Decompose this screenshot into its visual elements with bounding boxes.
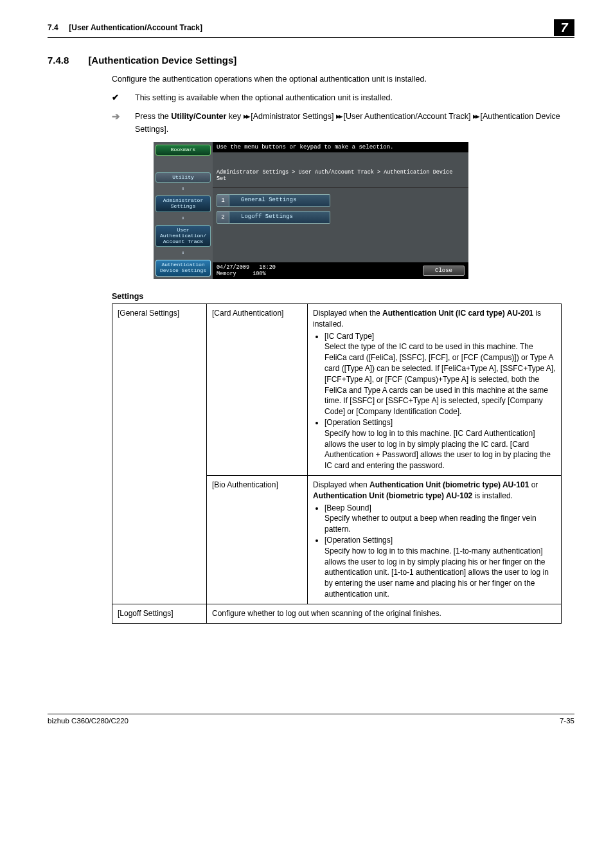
nav-text: Press the Utility/Counter key ▸▸ [Admini…	[135, 111, 574, 136]
cell-bio-auth-desc: Displayed when Authentication Unit (biom…	[308, 476, 562, 604]
admin-settings-button[interactable]: Administrator Settings	[155, 195, 211, 212]
option-number: 2	[217, 211, 229, 224]
page-footer: bizhub C360/C280/C220 7-35	[48, 714, 574, 725]
header-section-path: [User Authentication/Account Track]	[69, 23, 202, 32]
table-row: [General Settings] [Card Authentication]…	[112, 304, 562, 476]
cell-bio-auth-label: [Bio Authentication]	[207, 476, 308, 604]
auth-device-button[interactable]: Authentication Device Settings	[155, 260, 211, 276]
option-logoff-settings[interactable]: 2 Logoff Settings	[217, 211, 465, 224]
page-header: 7.4 [User Authentication/Account Track] …	[48, 23, 574, 38]
list-item: [Operation Settings]Specify how to log i…	[324, 535, 556, 600]
down-arrow-icon: ⬇	[155, 251, 211, 256]
screenshot-instruction: Use the menu buttons or keypad to make a…	[213, 142, 468, 152]
option-general-settings[interactable]: 1 General Settings	[217, 194, 465, 207]
cell-logoff-desc: Configure whether to log out when scanni…	[207, 604, 562, 623]
footer-model: bizhub C360/C280/C220	[48, 717, 129, 725]
option-number: 1	[217, 194, 229, 207]
cell-general-settings: [General Settings]	[112, 304, 207, 604]
down-arrow-icon: ⬇	[155, 186, 211, 192]
header-section-number: 7.4	[48, 23, 58, 32]
option-label: Logoff Settings	[229, 211, 330, 224]
list-item: [Beep Sound]Specify whether to output a …	[324, 503, 556, 535]
section-title: [Authentication Device Settings]	[88, 55, 236, 66]
section-title-row: 7.4.8 [Authentication Device Settings]	[48, 55, 574, 66]
status-left: 04/27/2009 18:20 Memory 100%	[217, 264, 276, 277]
down-arrow-icon: ⬇	[155, 216, 211, 221]
check-icon: ✔	[112, 92, 122, 104]
user-auth-button[interactable]: User Authentication/ Account Track	[155, 225, 211, 247]
option-label: General Settings	[229, 194, 330, 207]
screenshot-sidebar: Bookmark Utility ⬇ Administrator Setting…	[154, 142, 213, 279]
list-item: [IC Card Type]Select the type of the IC …	[324, 331, 556, 417]
section-intro: Configure the authentication operations …	[112, 73, 574, 86]
close-button[interactable]: Close	[423, 266, 465, 276]
availability-text: This setting is available when the optio…	[135, 92, 393, 104]
settings-table: [General Settings] [Card Authentication]…	[112, 303, 562, 624]
section-number: 7.4.8	[48, 55, 69, 66]
arrow-icon: ➔	[112, 111, 122, 136]
list-item: [Operation Settings]Specify how to log i…	[324, 417, 556, 471]
utility-button[interactable]: Utility	[155, 172, 211, 183]
table-row: [Logoff Settings] Configure whether to l…	[112, 604, 562, 623]
cell-card-auth-label: [Card Authentication]	[207, 304, 308, 476]
footer-page: 7-35	[560, 717, 574, 725]
chapter-badge: 7	[554, 19, 574, 36]
screenshot-breadcrumb: Administrator Settings > User Auth/Accou…	[213, 164, 468, 188]
navigation-instruction: ➔ Press the Utility/Counter key ▸▸ [Admi…	[112, 111, 574, 136]
device-screenshot: Bookmark Utility ⬇ Administrator Setting…	[154, 142, 468, 279]
bookmark-button[interactable]: Bookmark	[155, 145, 211, 156]
cell-logoff-label: [Logoff Settings]	[112, 604, 207, 623]
cell-card-auth-desc: Displayed when the Authentication Unit (…	[308, 304, 562, 476]
availability-note: ✔ This setting is available when the opt…	[112, 92, 574, 104]
settings-heading: Settings	[112, 292, 574, 301]
